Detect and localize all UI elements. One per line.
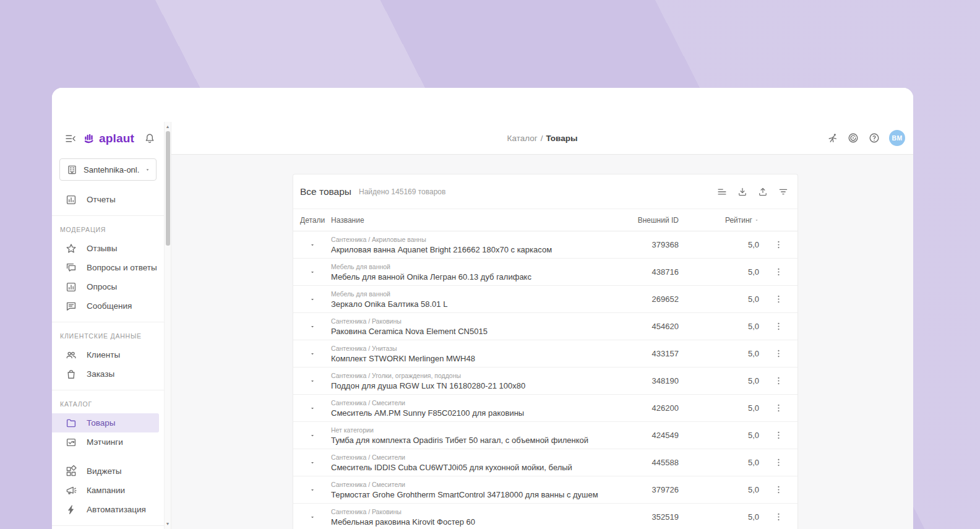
breadcrumb-separator: / [541,134,543,143]
filter-icon[interactable] [778,186,789,197]
product-rating: 5,0 [679,322,759,331]
table-row[interactable]: Нет категории Тумба для комплекта Opadir… [293,422,797,449]
product-external-id: 269652 [586,295,679,304]
sidebar-item-label: Заказы [87,369,114,379]
sidebar-item-orders[interactable]: Заказы [52,364,159,384]
sidebar-section: КАТАЛОГ Товары Мэтчинги Виджеты Кампании… [52,390,164,525]
more-vert-icon[interactable] [773,484,784,495]
more-vert-icon[interactable] [773,512,784,522]
column-header-external-id: Внешний ID [586,216,679,225]
more-vert-icon[interactable] [773,403,784,413]
sidebar-item-polls[interactable]: Опросы [52,277,159,296]
product-external-id: 352519 [586,512,679,522]
expand-row-icon[interactable] [309,378,316,384]
sidebar-section-header: КАТАЛОГ [60,400,164,408]
breadcrumb-section[interactable]: Каталог [507,134,538,143]
more-vert-icon[interactable] [773,348,784,359]
sort-caret-icon [754,218,759,223]
table-row[interactable]: Сантехника / Раковины Мебельная раковина… [293,504,797,529]
scrollbar-thumb[interactable] [166,131,170,246]
table-row[interactable]: Мебель для ванной Мебель для ванной Onik… [293,259,797,286]
sidebar-item-questions-answers[interactable]: Вопросы и ответы [52,258,159,277]
more-vert-icon[interactable] [773,239,784,250]
expand-row-icon[interactable] [309,296,316,303]
column-header-details: Детали [293,216,331,225]
sidebar-section: Отчеты [52,187,164,215]
sidebar-item-reviews[interactable]: Отзывы [52,239,159,258]
sidebar-item-widgets[interactable]: Виджеты [52,462,159,481]
sidebar-section-items: Отзывы Вопросы и ответы Опросы Сообщения [52,239,164,316]
company-selector[interactable]: Santehnika-onl... [59,158,157,181]
sidebar-item-automation[interactable]: Автоматизация [52,500,159,519]
sidebar-item-messages[interactable]: Сообщения [52,296,159,316]
product-category: Сантехника / Раковины [331,508,586,515]
expand-row-icon[interactable] [309,405,316,411]
more-vert-icon[interactable] [773,321,784,332]
product-name: Термостат Grohe Grohtherm SmartControl 3… [331,490,586,499]
product-category: Нет категории [331,426,586,434]
table-subtitle: Найдено 145169 товаров [359,187,445,196]
table-row[interactable]: Сантехника / Раковины Раковина Ceramica … [293,313,797,340]
product-name: Мебель для ванной Onika Легран 60.13 дуб… [331,272,586,282]
product-category: Сантехника / Смесители [331,481,586,488]
scrollbar-down-arrow[interactable]: ▼ [165,521,171,527]
more-vert-icon[interactable] [773,430,784,441]
product-rating: 5,0 [679,485,759,494]
product-external-id: 426200 [586,403,679,413]
sidebar-item-clients[interactable]: Клиенты [52,345,159,364]
table-row[interactable]: Мебель для ванной Зеркало Onika Балтика … [293,286,797,313]
sidebar-item-products[interactable]: Товары [52,413,159,432]
sidebar-item-campaigns[interactable]: Кампании [52,481,159,500]
chat-icon [65,262,77,274]
expand-row-icon[interactable] [309,324,316,330]
table-toolbar-actions [716,186,789,197]
chevron-down-icon [145,167,150,173]
expand-row-icon[interactable] [309,460,316,466]
scrollbar-up-arrow[interactable]: ▲ [165,124,171,130]
sidebar-section-items: Клиенты Заказы [52,345,164,384]
upload-icon[interactable] [757,186,768,197]
collapse-sidebar-icon[interactable] [64,132,77,145]
product-rating: 5,0 [679,349,759,358]
sidebar-scrollbar[interactable]: ▲ ▼ [164,122,171,529]
table-toolbar: Все товары Найдено 145169 товаров [293,174,797,209]
dense-list-icon[interactable] [716,186,728,197]
more-vert-icon[interactable] [773,376,784,386]
expand-row-icon[interactable] [309,432,316,439]
table-row[interactable]: Сантехника / Уголки, ограждения, поддоны… [293,368,797,395]
app-window: aplaut Santehnika-onl... Отчеты МОДЕРАЦИ… [52,88,913,529]
more-vert-icon[interactable] [773,457,784,468]
bell-icon[interactable] [144,132,156,145]
product-category: Мебель для ванной [331,263,586,270]
product-external-id: 445588 [586,458,679,467]
folder-icon [65,417,77,429]
more-vert-icon[interactable] [773,267,784,277]
expand-row-icon[interactable] [309,351,316,357]
gymnast-icon[interactable] [826,132,838,144]
expand-row-icon[interactable] [309,242,316,248]
table-row[interactable]: Сантехника / Смесители Смеситель AM.PM S… [293,395,797,422]
product-rating: 5,0 [679,431,759,440]
expand-row-icon[interactable] [309,514,316,520]
expand-row-icon[interactable] [309,269,316,275]
product-category: Сантехника / Унитазы [331,345,586,352]
sidebar-section-header: КЛИЕНТСКИЕ ДАННЫЕ [60,332,164,340]
sidebar-item-matchings[interactable]: Мэтчинги [52,432,159,452]
help-icon[interactable] [868,132,880,144]
table-row[interactable]: Сантехника / Акриловые ванны Акриловая в… [293,231,797,259]
table-row[interactable]: Сантехника / Смесители Смеситель IDDIS C… [293,449,797,476]
sidebar-item-label: Кампании [87,486,125,495]
download-icon[interactable] [737,186,748,197]
more-vert-icon[interactable] [773,294,784,304]
table-row[interactable]: Сантехника / Унитазы Комплект STWORKI Me… [293,340,797,368]
campaigns-icon [65,484,77,497]
matchings-icon [65,436,77,449]
expand-row-icon[interactable] [309,487,316,493]
target-icon[interactable] [847,132,859,144]
sidebar-section: МОДЕРАЦИЯ Отзывы Вопросы и ответы Опросы… [52,215,164,322]
sidebar-item-reports[interactable]: Отчеты [52,190,159,209]
table-row[interactable]: Сантехника / Смесители Термостат Grohe G… [293,476,797,504]
column-header-rating[interactable]: Рейтинг [679,216,759,225]
product-name: Смеситель IDDIS Cuba CU6WTJ0i05 для кухо… [331,463,586,472]
avatar[interactable]: BM [889,130,905,146]
